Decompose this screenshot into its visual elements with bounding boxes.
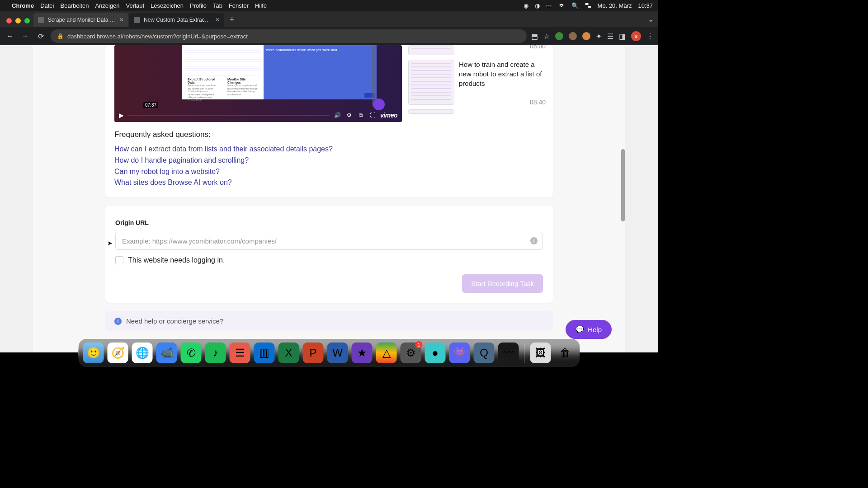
dock-safari-icon[interactable]: 🧭: [108, 343, 128, 363]
playlist-item[interactable]: 06:00: [408, 45, 546, 55]
start-recording-button[interactable]: Start Recording Task: [462, 274, 543, 293]
bookmark-icon[interactable]: ☆: [543, 32, 550, 41]
menubar-time[interactable]: 10:37: [638, 2, 653, 9]
dock-separator: [524, 343, 525, 363]
page-content: Extract Structured Data Extract structur…: [33, 45, 625, 352]
dock-zoom-icon[interactable]: 📹: [156, 343, 177, 363]
dock-preview-icon[interactable]: 🖼: [530, 343, 551, 363]
dock-trello-icon[interactable]: ▥: [254, 343, 275, 363]
video-inner-scrollbar: [372, 45, 376, 106]
close-window-button[interactable]: [6, 18, 12, 23]
info-icon[interactable]: i: [530, 237, 538, 244]
dock-voice-memos-icon[interactable]: 〰: [498, 343, 519, 363]
menu-anzeigen[interactable]: Anzeigen: [95, 2, 119, 9]
tab-1[interactable]: Scrape and Monitor Data from ✕: [33, 13, 128, 27]
page-scrollbar[interactable]: [621, 149, 625, 253]
record-icon[interactable]: ◉: [524, 2, 528, 9]
vimeo-logo[interactable]: vimeo: [380, 112, 397, 119]
chat-icon: 💬: [576, 325, 584, 333]
play-icon[interactable]: ▶: [119, 112, 124, 119]
toolbar-right: ⬒ ☆ ✦ ☰ ◨ s ⋮: [531, 31, 654, 41]
help-fab-button[interactable]: 💬 Help: [566, 320, 612, 339]
playlist-item[interactable]: [408, 109, 546, 114]
tab-list-dropdown-icon[interactable]: ⌄: [648, 15, 654, 27]
help-banner-text: Need help or concierge service?: [126, 317, 223, 325]
dock-finder-icon[interactable]: 🙂: [83, 343, 104, 363]
video-playlist: 06:00 How to train and create a new robo…: [408, 45, 546, 122]
extension-1-icon[interactable]: [555, 32, 563, 40]
dock-spotify-icon[interactable]: ♪: [205, 343, 226, 363]
extension-3-icon[interactable]: [582, 32, 590, 40]
settings-gear-icon[interactable]: ⚙: [345, 112, 353, 118]
forward-button[interactable]: →: [20, 32, 31, 40]
dock-drive-icon[interactable]: △: [376, 343, 397, 363]
menu-datei[interactable]: Datei: [40, 2, 54, 9]
scrollbar-thumb[interactable]: [621, 149, 625, 221]
video-player[interactable]: Extract Structured Data Extract structur…: [114, 45, 402, 122]
help-banner[interactable]: i Need help or concierge service?: [105, 311, 553, 331]
menu-verlauf[interactable]: Verlauf: [126, 2, 144, 9]
new-tab-button[interactable]: +: [225, 15, 239, 27]
dock-app-icon[interactable]: ●: [425, 343, 446, 363]
browser-frame: Scrape and Monitor Data from ✕ New Custo…: [0, 11, 658, 352]
faq-heading: Frequently asked questions:: [114, 130, 544, 139]
dock-todoist-icon[interactable]: ☰: [230, 343, 250, 363]
extensions-icon[interactable]: ✦: [596, 32, 602, 41]
menubar-date[interactable]: Mo. 20. März: [598, 2, 632, 9]
video-scrubber[interactable]: [127, 115, 330, 116]
control-center-icon[interactable]: [585, 3, 591, 8]
menu-tab[interactable]: Tab: [213, 2, 222, 9]
video-slide: Extract Structured Data Extract structur…: [182, 45, 377, 99]
dock-word-icon[interactable]: W: [327, 343, 348, 363]
dock-excel-icon[interactable]: X: [278, 343, 299, 363]
playlist-title: How to train and create a new robot to e…: [459, 60, 546, 88]
faq-link[interactable]: Can my robot log into a website?: [114, 166, 544, 178]
faq-link[interactable]: What sites does Browse AI work on?: [114, 177, 544, 188]
back-button[interactable]: ←: [5, 32, 15, 40]
video-panel-headline: more collaborators move work get more do…: [266, 48, 337, 52]
menu-fenster[interactable]: Fenster: [229, 2, 249, 9]
dock-chrome-icon[interactable]: 🌐: [132, 343, 153, 363]
side-panel-icon[interactable]: ◨: [619, 32, 626, 41]
faq-link[interactable]: How can I extract data from lists and th…: [114, 144, 544, 155]
profile-avatar[interactable]: s: [631, 31, 641, 41]
dock-settings-icon[interactable]: ⚙1: [401, 343, 421, 363]
app-name[interactable]: Chrome: [12, 2, 34, 9]
dock-quicktime-icon[interactable]: Q: [474, 343, 495, 363]
wifi-icon[interactable]: [558, 3, 565, 8]
lock-icon[interactable]: 🔒: [57, 33, 64, 39]
menu-lesezeichen[interactable]: Lesezeichen: [151, 2, 184, 9]
dock-trash-icon[interactable]: 🗑: [555, 343, 576, 363]
tab-1-title: Scrape and Monitor Data from: [48, 17, 116, 23]
origin-url-label: Origin URL: [115, 219, 543, 226]
dock-imovie-icon[interactable]: ★: [352, 343, 373, 363]
maximize-window-button[interactable]: [24, 18, 30, 23]
menu-profile[interactable]: Profile: [190, 2, 207, 9]
origin-url-input[interactable]: [115, 232, 543, 250]
volume-icon[interactable]: 🔊: [333, 112, 341, 118]
address-bar[interactable]: 🔒 dashboard.browse.ai/robots/new/custom?…: [51, 29, 527, 43]
chrome-menu-icon[interactable]: ⋮: [646, 32, 654, 41]
tab-close-icon[interactable]: ✕: [215, 17, 220, 23]
reload-button[interactable]: ⟳: [35, 32, 46, 41]
extension-2-icon[interactable]: [569, 32, 577, 40]
faq-link[interactable]: How do I handle pagination and scrolling…: [114, 155, 544, 166]
fullscreen-icon[interactable]: ⛶: [368, 112, 377, 118]
tab-2[interactable]: New Custom Data Extraction R ✕: [129, 13, 224, 27]
menu-bearbeiten[interactable]: Bearbeiten: [60, 2, 89, 9]
battery-icon[interactable]: ▭: [546, 2, 552, 9]
menu-hilfe[interactable]: Hilfe: [255, 2, 267, 9]
pip-icon[interactable]: ⧉: [357, 112, 365, 118]
playlist-item[interactable]: How to train and create a new robot to e…: [408, 60, 546, 105]
spotlight-icon[interactable]: 🔍: [571, 2, 579, 9]
tab-close-icon[interactable]: ✕: [119, 17, 124, 23]
install-icon[interactable]: ⬒: [531, 32, 538, 41]
needs-login-checkbox[interactable]: [115, 256, 123, 264]
playlist-time: 08:40: [530, 99, 546, 106]
dock-discord-icon[interactable]: 👾: [449, 343, 470, 363]
dock-powerpoint-icon[interactable]: P: [303, 343, 324, 363]
dock-whatsapp-icon[interactable]: ✆: [181, 343, 202, 363]
minimize-window-button[interactable]: [15, 18, 21, 23]
reading-list-icon[interactable]: ☰: [607, 32, 613, 41]
play-status-icon[interactable]: ◑: [535, 2, 540, 9]
